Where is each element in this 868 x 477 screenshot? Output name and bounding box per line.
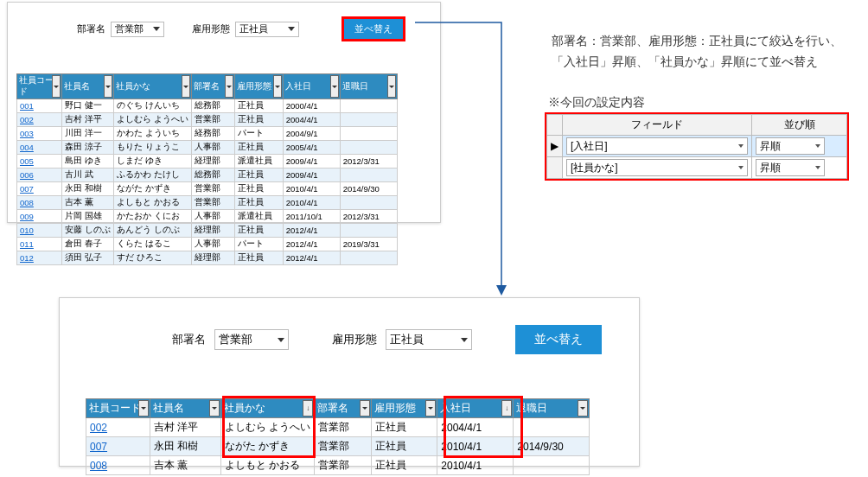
dropdown-icon[interactable] [138,400,149,417]
col-dept[interactable]: 部署名 [191,74,234,99]
table-row: 008吉本 薫よしもと かおる営業部正社員2010/4/1 [17,196,398,210]
cell-hire: 2012/4/1 [283,251,340,265]
cell-code[interactable]: 002 [86,418,150,437]
cell-hire: 2004/4/1 [437,418,514,437]
col-kana[interactable]: 社員かな [221,399,315,418]
dropdown-icon[interactable] [360,400,370,417]
chevron-down-icon [738,166,744,169]
dropdown-icon[interactable] [209,400,220,417]
emptype-label: 雇用形態 [332,332,377,347]
cell-code[interactable]: 012 [17,251,62,265]
cell-code[interactable]: 011 [17,238,62,251]
col-hire[interactable]: 入社日 [283,74,340,99]
chevron-down-icon [278,338,284,342]
settings-order-cell[interactable]: 昇順 [752,157,847,179]
emptype-select[interactable]: 正社員 [386,329,472,350]
sort-button-highlight: 並べ替え [341,16,405,41]
cell-dept: 人事部 [191,238,234,251]
cell-code[interactable]: 010 [17,224,62,238]
row-marker: ▶ [547,136,563,157]
dropdown-icon[interactable] [52,75,61,98]
cell-emptype: 派遣社員 [234,210,283,224]
cell-name: 川田 洋一 [62,127,114,141]
dept-value: 営業部 [115,22,144,35]
dropdown-icon[interactable] [330,75,339,98]
cell-leave: 2014/9/30 [514,437,590,456]
col-code[interactable]: 社員コード [86,399,150,418]
cell-name: 吉村 洋平 [150,418,221,437]
filter-bar: 部署名 営業部 雇用形態 正社員 並べ替え [8,3,440,41]
cell-emptype: 正社員 [234,99,283,113]
col-emptype[interactable]: 雇用形態 [234,74,283,99]
col-hire[interactable]: 入社日 [437,399,514,418]
dropdown-icon[interactable] [425,400,436,417]
cell-code[interactable]: 009 [17,210,62,224]
cell-emptype: 正社員 [234,251,283,265]
col-kana[interactable]: 社員かな [114,74,192,99]
dropdown-icon[interactable] [387,75,396,98]
col-leave[interactable]: 退職日 [514,399,590,418]
cell-code[interactable]: 008 [17,196,62,210]
filter-bar-after: 部署名 営業部 雇用形態 正社員 並べ替え [60,298,639,357]
cell-hire: 2010/4/1 [437,456,514,475]
settings-field-cell[interactable]: [社員かな] [563,157,752,179]
cell-emptype: 正社員 [372,456,437,475]
cell-dept: 営業部 [191,182,234,196]
cell-emptype: 正社員 [234,182,283,196]
dept-value: 営業部 [219,332,252,347]
sort-settings-box: フィールド 並び順 ▶[入社日]昇順[社員かな]昇順 [545,112,849,181]
dropdown-icon[interactable] [578,400,588,417]
sort-asc-icon[interactable] [303,400,313,417]
col-dept[interactable]: 部署名 [315,399,372,418]
cell-code[interactable]: 007 [86,437,150,456]
cell-kana: かたおか くにお [114,210,192,224]
table-row: 003川田 洋一かわた よういち経務部パート2004/9/1 [17,127,398,141]
cell-kana: あんどう しのぶ [114,224,192,238]
settings-row: ▶[入社日]昇順 [547,136,847,157]
dept-select[interactable]: 営業部 [111,22,164,37]
cell-name: 片岡 国雄 [62,210,114,224]
cell-code[interactable]: 005 [17,155,62,169]
employee-table-after: 社員コード 社員名 社員かな 部署名 雇用形態 入社日 退職日 002吉村 洋平… [86,398,590,475]
settings-field-cell[interactable]: [入社日] [563,136,752,157]
cell-hire: 2005/4/1 [283,141,340,155]
table-row: 002吉村 洋平よしむら ようへい営業部正社員2004/4/1 [17,113,398,127]
col-name[interactable]: 社員名 [150,399,221,418]
dept-select[interactable]: 営業部 [214,329,289,350]
cell-leave [340,99,397,113]
col-leave[interactable]: 退職日 [340,74,397,99]
description-line2: 「入社日」昇順、「社員かな」昇順にて並べ替え [552,52,842,73]
dropdown-icon[interactable] [225,75,233,98]
cell-leave [514,456,590,475]
table-row: 008吉本 薫よしもと かおる営業部正社員2010/4/1 [86,456,590,475]
sort-button[interactable]: 並べ替え [515,325,602,354]
cell-code[interactable]: 001 [17,99,62,113]
col-name[interactable]: 社員名 [62,74,114,99]
sort-asc-icon[interactable] [501,400,512,417]
cell-hire: 2012/4/1 [283,224,340,238]
table-row: 006古川 武ふるかわ たけし総務部正社員2009/4/1 [17,169,398,182]
cell-hire: 2009/4/1 [283,169,340,182]
cell-code[interactable]: 004 [17,141,62,155]
cell-kana: もりた りょうこ [114,141,192,155]
cell-hire: 2000/4/1 [283,99,340,113]
dropdown-icon[interactable] [273,75,282,98]
col-code[interactable]: 社員コード [17,74,62,99]
after-panel: 部署名 営業部 雇用形態 正社員 並べ替え 社員コード 社員名 社員かな 部署名… [59,297,640,467]
cell-code[interactable]: 002 [17,113,62,127]
cell-emptype: 正社員 [234,113,283,127]
settings-order-cell[interactable]: 昇順 [752,136,847,157]
sort-button[interactable]: 並べ替え [344,19,403,39]
cell-code[interactable]: 003 [17,127,62,141]
dropdown-icon[interactable] [104,75,112,98]
dept-label: 部署名 [77,22,105,35]
table-row: 007永田 和樹ながた かずき営業部正社員2010/4/12014/9/30 [86,437,590,456]
cell-code[interactable]: 006 [17,169,62,182]
cell-emptype: 正社員 [372,418,437,437]
emptype-select[interactable]: 正社員 [235,22,299,37]
cell-code[interactable]: 007 [17,182,62,196]
col-emptype[interactable]: 雇用形態 [372,399,437,418]
cell-code[interactable]: 008 [86,456,150,475]
cell-hire: 2009/4/1 [283,155,340,169]
dropdown-icon[interactable] [182,75,190,98]
